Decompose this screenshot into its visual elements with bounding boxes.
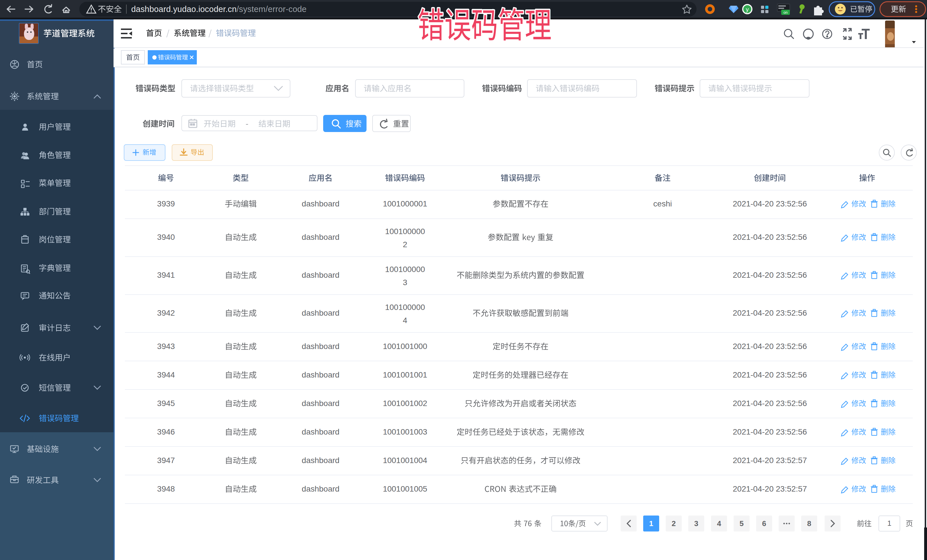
svg-text:y: y <box>746 6 749 12</box>
svg-text:on: on <box>784 10 787 15</box>
